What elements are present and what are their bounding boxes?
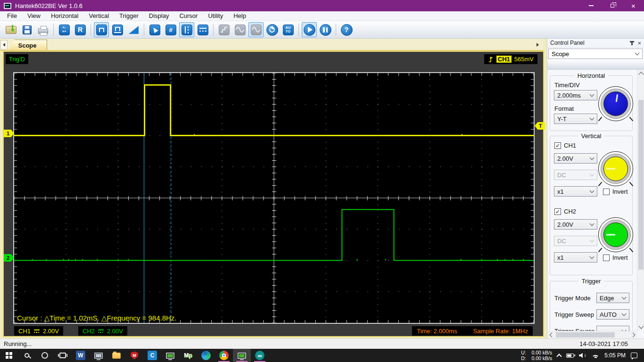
control-panel-header: Control Panel × <box>547 39 644 48</box>
reference-wave-button[interactable]: R <box>73 22 88 37</box>
print-icon <box>38 28 48 34</box>
horizontal-scrollbar[interactable] <box>547 331 637 338</box>
taskbar-start-button[interactable] <box>0 349 18 362</box>
ch1-invert-checkbox[interactable] <box>603 189 610 195</box>
menu-display[interactable]: Display <box>144 11 174 21</box>
taskbar-mipony-icon[interactable]: Mp <box>179 349 197 362</box>
volume-icon[interactable] <box>579 353 586 359</box>
battery-icon[interactable] <box>566 354 574 358</box>
ch1-volts-div-value: 2.00V <box>557 155 573 162</box>
horizontal-scrollbar-thumb[interactable] <box>556 332 615 337</box>
help-icon: ? <box>341 24 353 36</box>
ch1-volts-dropdown[interactable]: 2.00V <box>554 153 597 164</box>
panel-close-icon[interactable]: × <box>637 40 641 46</box>
vertical-scrollbar-thumb[interactable] <box>638 100 644 270</box>
horizontal-cursors-button[interactable] <box>195 22 210 37</box>
minimize-button[interactable] <box>580 0 602 11</box>
clock[interactable]: 5:05 PM <box>604 352 626 359</box>
vertical-group: Vertical ✓ CH1 2.00V DC x1 Invert <box>550 136 633 275</box>
taskbar-hantek-app-icon[interactable] <box>233 349 251 362</box>
tab-scope[interactable]: Scope <box>8 40 47 51</box>
autoset-button[interactable]: AUTO <box>281 22 296 37</box>
format-dropdown[interactable]: Y-T <box>554 114 597 124</box>
scroll-up-icon[interactable] <box>638 72 644 77</box>
taskbar-search-icon[interactable] <box>18 349 36 362</box>
restore-button[interactable] <box>602 0 623 11</box>
close-button[interactable]: × <box>623 0 644 11</box>
ch1-checkbox[interactable]: ✓ <box>554 142 561 149</box>
help-button[interactable]: ? <box>339 22 354 37</box>
taskbar-scope-utility-icon[interactable] <box>161 349 179 362</box>
pause-button[interactable] <box>318 22 333 37</box>
menu-utility[interactable]: Utility <box>203 11 228 21</box>
taskbar-mcafee-icon[interactable]: M <box>125 349 143 362</box>
tab-scope-label: Scope <box>18 42 36 49</box>
run-icon <box>304 24 315 36</box>
taskbar-edge-icon[interactable] <box>197 349 215 362</box>
scroll-down-icon[interactable] <box>638 323 644 329</box>
trigger-sweep-dropdown[interactable]: AUTO <box>596 309 629 320</box>
ch2-coupling-value: DC <box>557 238 566 245</box>
ch2-scale-readout: CH2 2.00V <box>78 326 127 336</box>
ch1-position-marker[interactable]: 1 <box>4 130 14 137</box>
search-icon <box>25 353 29 358</box>
save-button[interactable] <box>19 22 34 37</box>
grid-display-button[interactable]: # <box>163 22 178 37</box>
ramp-display-button[interactable] <box>126 22 141 37</box>
vertical-cursors-button[interactable] <box>179 22 194 37</box>
time-div-dropdown[interactable]: 2.000ms <box>554 90 597 100</box>
tab-scroll-left-button[interactable] <box>0 40 8 49</box>
taskbar-word-icon[interactable]: W <box>72 349 90 362</box>
pin-icon[interactable] <box>631 41 633 45</box>
trigger-mode-dropdown[interactable]: Edge <box>596 293 629 303</box>
ch1-enable-row: ✓ CH1 <box>554 142 576 149</box>
taskbar-chrome-icon[interactable] <box>215 349 233 362</box>
horizontal-position-knob[interactable] <box>598 86 633 121</box>
menu-view[interactable]: View <box>22 11 46 21</box>
taskbar-system-monitor-icon[interactable] <box>90 349 107 362</box>
pulse-display-icon <box>96 25 107 35</box>
ch2-invert-label: Invert <box>612 254 628 261</box>
scroll-right-icon[interactable] <box>631 333 636 337</box>
trigger-source-dropdown[interactable] <box>596 326 629 331</box>
vertical-scrollbar[interactable] <box>637 70 644 331</box>
panel-selector-dropdown[interactable]: Scope <box>548 49 643 59</box>
waveform-plot[interactable] <box>13 72 535 324</box>
tab-scroll-right-button[interactable] <box>534 40 541 49</box>
menu-horizontal[interactable]: Horizontal <box>46 11 84 21</box>
menu-vertical[interactable]: Vertical <box>83 11 114 21</box>
ch2-position-knob[interactable] <box>598 217 633 252</box>
print-button[interactable] <box>35 22 50 37</box>
wifi-icon[interactable] <box>592 353 599 358</box>
ch2-volts-dropdown[interactable]: 2.00V <box>554 219 597 230</box>
ch2-checkbox-label: CH2 <box>564 208 576 215</box>
trigger-level-marker[interactable]: T <box>535 122 545 130</box>
cursor-pointer-button[interactable] <box>147 22 162 37</box>
menu-cursor[interactable]: Cursor <box>174 11 203 21</box>
tray-expand-icon[interactable] <box>557 354 562 359</box>
ch2-position-marker[interactable]: 2 <box>4 254 14 262</box>
menu-file[interactable]: File <box>2 11 22 21</box>
open-file-button[interactable] <box>3 22 18 37</box>
taskbar-capture-app-icon[interactable]: ∞ <box>251 349 269 362</box>
refresh-button[interactable] <box>264 22 280 37</box>
ch2-invert-checkbox[interactable] <box>603 255 610 261</box>
taskbar-converter-app-icon[interactable]: C <box>143 349 161 362</box>
pulse-display-alt-button[interactable] <box>110 22 125 37</box>
pulse-display-button[interactable] <box>94 22 109 37</box>
ch1-position-knob[interactable] <box>598 151 633 186</box>
run-button[interactable] <box>302 22 317 37</box>
ch2-probe-dropdown[interactable]: x1 <box>554 252 597 263</box>
scroll-left-icon[interactable] <box>550 333 554 337</box>
taskbar-task-view-icon[interactable] <box>54 349 72 362</box>
ch1-probe-dropdown[interactable]: x1 <box>554 186 597 197</box>
menu-help[interactable]: Help <box>228 11 251 21</box>
ch1-marker-label: 1 <box>7 131 9 136</box>
open-file-icon <box>6 26 17 34</box>
action-center-icon[interactable] <box>631 353 637 358</box>
math-function-button[interactable]: +-×÷ <box>57 22 72 37</box>
menu-trigger[interactable]: Trigger <box>114 11 144 21</box>
taskbar-cortana-icon[interactable] <box>36 349 54 362</box>
taskbar-file-explorer-icon[interactable] <box>107 349 125 362</box>
ch2-checkbox[interactable]: ✓ <box>554 208 561 215</box>
